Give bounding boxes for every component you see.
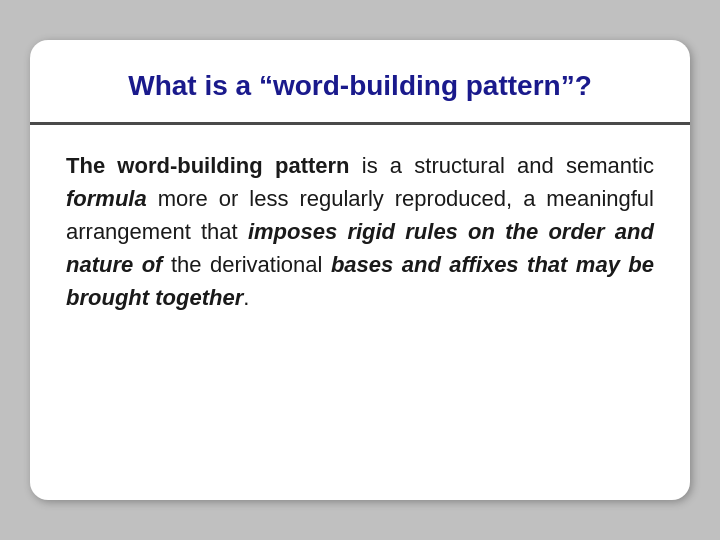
text-the-derivational: the derivational xyxy=(162,252,330,277)
card-header: What is a “word-building pattern”? xyxy=(30,40,690,125)
text-is-structural: is a structural and semantic xyxy=(350,153,654,178)
text-period: . xyxy=(243,285,249,310)
term-formula: formula xyxy=(66,186,147,211)
main-card: What is a “word-building pattern”? The w… xyxy=(30,40,690,500)
card-title: What is a “word-building pattern”? xyxy=(66,68,654,104)
term-word-building-pattern: The word-building pattern xyxy=(66,153,350,178)
card-body: The word-building pattern is a structura… xyxy=(30,125,690,500)
card-text: The word-building pattern is a structura… xyxy=(66,149,654,314)
